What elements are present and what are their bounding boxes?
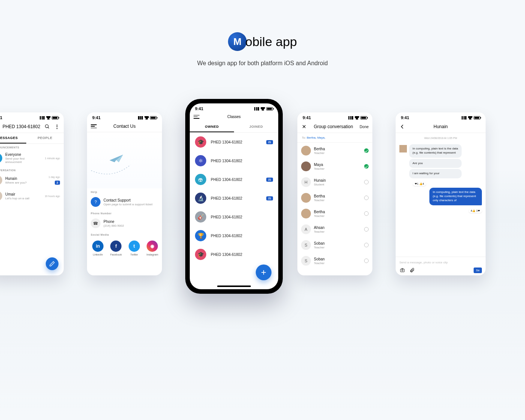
conversation-row[interactable]: HunainWhere are you? 1 day ago2 xyxy=(0,172,64,188)
social-instagram[interactable]: ◉ Instagram xyxy=(147,241,158,256)
message-bubble[interactable]: I am waiting for your xyxy=(409,169,462,178)
section-announcements: ANNOUNCEMENTS xyxy=(0,144,64,149)
class-icon: 🏆 xyxy=(195,230,206,241)
class-row[interactable]: 🏟 PHED 1304-61802 21 xyxy=(190,170,278,189)
class-row[interactable]: 🎸 PHED 1304-61802 xyxy=(190,208,278,226)
camera-icon[interactable] xyxy=(399,267,405,273)
more-icon[interactable]: ⋮ xyxy=(54,124,60,130)
navbar: PHED 1304-61802 ⋮ xyxy=(0,121,64,133)
chat-date: Wed 24/08/2018 At 1:05 PM xyxy=(396,133,486,143)
back-icon[interactable] xyxy=(399,124,405,130)
tab-people[interactable]: PEOPLE xyxy=(26,133,64,143)
radio-icon xyxy=(364,259,369,263)
person-row[interactable]: H HunainStudent xyxy=(297,174,372,190)
phone-row[interactable]: ☎ Phone(214) 880-5002 xyxy=(87,215,162,231)
section-conversation: CONVERSATION xyxy=(0,167,64,172)
menu-icon[interactable] xyxy=(194,115,200,119)
page-title: Group conversation xyxy=(307,124,360,129)
radio-icon xyxy=(364,180,369,184)
class-icon: 🏟 xyxy=(195,174,206,185)
avatar xyxy=(0,175,2,185)
person-row[interactable]: S SobanTeacher xyxy=(297,237,372,253)
hero-header: Mobile app We design app for both platfo… xyxy=(0,0,525,67)
social-facebook[interactable]: f Facebook xyxy=(110,241,122,256)
page-title: Classes xyxy=(200,115,268,119)
composer: Send a message, photo or voice clip Se xyxy=(396,257,486,275)
class-row[interactable]: ⚛ PHED 1304-61802 xyxy=(190,151,278,170)
svg-point-0 xyxy=(45,125,48,128)
status-bar: 9:41 xyxy=(0,112,64,121)
page-title: Contact Us xyxy=(97,124,152,129)
radio-icon xyxy=(364,243,369,247)
person-row[interactable]: A AhsanTeacher xyxy=(297,221,372,237)
class-row[interactable]: 🎓 PHED 1304-61802 21 xyxy=(190,133,278,151)
hero-subtitle: We design app for both platform iOS and … xyxy=(0,60,525,67)
reaction-badge[interactable]: 4👍 1❤ xyxy=(469,209,482,213)
megaphone-icon: 📣 xyxy=(0,153,2,163)
phone-messages: 9:41 PHED 1304-61802 ⋮ MESSAGES PEOPLE A… xyxy=(0,112,64,275)
avatar xyxy=(0,191,2,201)
tab-joined[interactable]: JOINED xyxy=(234,122,278,132)
avatar xyxy=(301,146,311,155)
add-fab[interactable]: + xyxy=(256,265,272,280)
class-row[interactable]: 🎓 PHED 1304-61802 xyxy=(190,245,278,264)
person-row[interactable]: BerthaTeacher xyxy=(297,206,372,221)
class-tabs: OWNED JOINED xyxy=(190,122,278,133)
phone-classes: 9:41 Classes OWNED JOINED 🎓 PHED 1304-61… xyxy=(185,99,283,294)
logo: Mobile app xyxy=(228,32,297,51)
message-bubble[interactable]: In computing, plain text the data (e.g. … xyxy=(429,188,482,205)
send-button[interactable]: Se xyxy=(474,268,482,273)
attachment-icon[interactable] xyxy=(409,267,415,273)
contact-support-row[interactable]: ? Contact SupportOpen page to submit a s… xyxy=(87,194,162,210)
avatar: H xyxy=(301,177,311,187)
phone-header: Phone Number xyxy=(87,210,162,215)
tab-messages[interactable]: MESSAGES xyxy=(0,133,26,143)
phone-icon: ☎ xyxy=(91,218,100,228)
message-input[interactable]: Send a message, photo or voice clip xyxy=(399,259,482,267)
to-field[interactable]: To: Bertha, Maya, xyxy=(297,133,372,143)
avatar: A xyxy=(301,224,311,234)
svg-point-3 xyxy=(402,270,403,271)
search-icon[interactable] xyxy=(44,124,50,130)
chat-title: Hunain xyxy=(405,124,476,129)
wifi-icon xyxy=(46,116,51,120)
compose-fab[interactable] xyxy=(46,257,58,270)
top-tabs: MESSAGES PEOPLE xyxy=(0,133,64,144)
avatar xyxy=(301,193,311,203)
avatar xyxy=(301,161,311,171)
person-row[interactable]: S SobanTeacher xyxy=(297,253,372,269)
tab-owned[interactable]: OWNED xyxy=(190,122,234,132)
logo-circle-icon: M xyxy=(228,32,247,51)
message-bubble[interactable]: In computing, plain text is the data (e.… xyxy=(409,144,462,158)
class-icon: 🎓 xyxy=(195,136,206,148)
social-linkedin[interactable]: in LinkedIn xyxy=(92,241,104,256)
radio-icon xyxy=(364,211,369,216)
social-twitter[interactable]: t Twitter xyxy=(129,241,140,256)
help-header: Help xyxy=(87,188,162,194)
person-row[interactable]: BerthaTeacher xyxy=(297,143,372,158)
class-icon: ⚛ xyxy=(195,155,206,166)
check-icon xyxy=(364,148,369,153)
question-icon: ? xyxy=(91,197,100,207)
battery-icon xyxy=(52,116,58,120)
person-row[interactable]: BerthaTeacher xyxy=(297,190,372,206)
menu-icon[interactable] xyxy=(91,124,97,128)
class-row[interactable]: 🏆 PHED 1304-61802 xyxy=(190,226,278,245)
class-row[interactable]: 🔬 PHED 1304-61802 21 xyxy=(190,189,278,208)
conversation-row[interactable]: UmairLet's hop on a call 16 hours ago xyxy=(0,188,64,204)
phone-contact: 9:41 Contact Us Help ? Contact SupportOp… xyxy=(87,112,162,275)
reaction-badge[interactable]: ❤1 👍4 xyxy=(413,182,426,186)
radio-icon xyxy=(364,227,369,232)
announcement-row[interactable]: 📣 EveryoneSend your first annoucment 1 m… xyxy=(0,149,64,167)
person-row[interactable]: MayaTeacher xyxy=(297,158,372,174)
done-button[interactable]: Done xyxy=(360,125,369,129)
close-icon[interactable]: ✕ xyxy=(301,124,307,130)
class-icon: 🎓 xyxy=(195,249,206,260)
message-bubble[interactable]: Are you xyxy=(409,159,462,168)
phone-chat: 9:41 Hunain Wed 24/08/2018 At 1:05 PM In… xyxy=(396,112,486,275)
phone-stage: 9:41 PHED 1304-61802 ⋮ MESSAGES PEOPLE A… xyxy=(0,97,525,322)
avatar: S xyxy=(301,240,311,250)
plane-trail-icon xyxy=(89,159,157,182)
radio-icon xyxy=(364,196,369,200)
social-header: Social Media xyxy=(87,231,162,237)
